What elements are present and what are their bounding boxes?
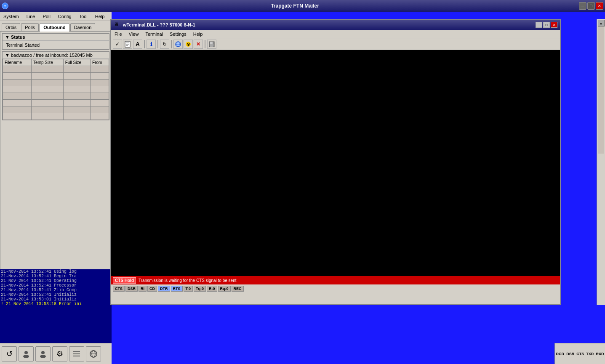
toolbar-btn-settings[interactable]: ⚙ bbox=[52, 346, 67, 361]
tab-bar: Orbis Polls Outbound Daemon bbox=[0, 21, 112, 31]
signal-rq[interactable]: Rq:0 bbox=[218, 286, 231, 292]
status-header: ▼ Status bbox=[3, 34, 109, 41]
signal-ri[interactable]: RI bbox=[139, 286, 147, 292]
bottom-toolbar: ↺ ⚙ bbox=[0, 343, 112, 364]
tab-outbound[interactable]: Outbound bbox=[40, 23, 69, 32]
wterm-icon: 🖥 bbox=[114, 21, 120, 28]
status-value: Terminal Started bbox=[3, 41, 109, 49]
toolbar-separator-3 bbox=[171, 40, 172, 48]
wterm-controls: ─ □ ✕ bbox=[536, 22, 557, 28]
svg-text:☢: ☢ bbox=[187, 42, 190, 47]
menu-line[interactable]: Line bbox=[25, 13, 37, 20]
minimize-button[interactable]: ─ bbox=[579, 2, 586, 10]
wterm-tool-save[interactable] bbox=[207, 40, 216, 49]
menu-config[interactable]: Config bbox=[56, 13, 73, 20]
app-bottom-status: DCD DSR CTS TXD RXD bbox=[554, 343, 605, 364]
wterm-tool-hazard[interactable]: ☢ bbox=[184, 40, 193, 49]
log-line-7: 21-Nov-2014 13:53:01 Initializ bbox=[0, 297, 112, 302]
svg-rect-5 bbox=[73, 353, 80, 354]
log-line-8-error: ! 21-Nov-2014 13:53:18 Error ini bbox=[0, 302, 112, 306]
col-filename: Filename bbox=[3, 59, 32, 66]
wterm-maximize-button[interactable]: □ bbox=[543, 22, 550, 28]
inbound-section: ▼ badwazoo / free at inbound: 152045 Mb … bbox=[2, 51, 109, 120]
toolbar-separator-1 bbox=[144, 40, 145, 48]
col-fullsize: Full Size bbox=[63, 59, 90, 66]
status-cts: CTS bbox=[576, 352, 584, 356]
app-background: T Trapgate FTN Mailer ─ □ ✕ System Line … bbox=[0, 0, 605, 364]
file-table: Filename Temp Size Full Size From bbox=[3, 59, 109, 120]
wterm-close-button[interactable]: ✕ bbox=[551, 22, 557, 28]
svg-point-2 bbox=[41, 351, 45, 354]
scroll-up-button[interactable]: ▲ bbox=[598, 20, 605, 27]
toolbar-btn-user[interactable] bbox=[19, 346, 34, 361]
svg-rect-6 bbox=[73, 356, 80, 356]
tab-polls[interactable]: Polls bbox=[21, 23, 39, 31]
menu-poll[interactable]: Poll bbox=[41, 13, 52, 20]
signal-t[interactable]: T:0 bbox=[184, 286, 193, 292]
wterm-menu-terminal[interactable]: Terminal bbox=[144, 31, 165, 37]
close-button[interactable]: ✕ bbox=[596, 2, 603, 10]
right-scroll-area[interactable]: ▲ bbox=[597, 19, 605, 305]
wterm-tool-check[interactable]: ✓ bbox=[113, 40, 122, 49]
status-section: ▼ Status Terminal Started bbox=[2, 33, 109, 50]
signal-rec[interactable]: REC bbox=[232, 286, 244, 292]
wterm-tool-font[interactable]: A bbox=[133, 40, 142, 49]
scroll-track bbox=[598, 27, 604, 154]
toolbar-btn-user2[interactable] bbox=[35, 346, 51, 361]
wterm-tool-info[interactable]: ℹ bbox=[147, 40, 156, 49]
signal-dtr[interactable]: DTR bbox=[158, 286, 170, 292]
menu-tool[interactable]: Tool bbox=[77, 13, 89, 20]
signal-cts[interactable]: CTS bbox=[113, 286, 125, 292]
menu-help[interactable]: Help bbox=[93, 13, 107, 20]
inbound-header: ▼ badwazoo / free at inbound: 152045 Mb bbox=[3, 52, 109, 59]
wterm-tool-refresh[interactable]: ↻ bbox=[160, 40, 169, 49]
log-line-3: 21-Nov-2014 13:52:41 Operating bbox=[0, 279, 112, 283]
log-line-4: 21-Nov-2014 13:52:41 Processor bbox=[0, 283, 112, 288]
terminal-screen[interactable] bbox=[111, 50, 560, 276]
wterm-window: 🖥 wTerminal.DLL - ??? 57600 8-N-1 ─ □ ✕ … bbox=[110, 19, 561, 305]
svg-rect-21 bbox=[210, 44, 213, 47]
col-tempsize: Temp Size bbox=[32, 59, 64, 66]
wterm-menu-file[interactable]: File bbox=[113, 31, 124, 37]
log-line-5: 21-Nov-2014 13:52:41 ZLib Comp bbox=[0, 288, 112, 292]
wterm-toolbar: ✓ A ℹ ↻ ☢ ✕ bbox=[111, 38, 560, 50]
toolbar-btn-refresh[interactable]: ↺ bbox=[2, 346, 17, 361]
signal-cd[interactable]: CD bbox=[147, 286, 157, 292]
wterm-menu-settings[interactable]: Settings bbox=[168, 31, 188, 37]
wterm-tool-close[interactable]: ✕ bbox=[194, 40, 203, 49]
signal-dsr[interactable]: DSR bbox=[125, 286, 138, 292]
signal-tq[interactable]: Tq:0 bbox=[194, 286, 206, 292]
toolbar-btn-globe[interactable] bbox=[86, 346, 101, 361]
app-menu-bar: System Line Poll Config Tool Help bbox=[0, 12, 112, 21]
wterm-minimize-button[interactable]: ─ bbox=[536, 22, 542, 28]
signal-rts[interactable]: RTS bbox=[171, 286, 183, 292]
svg-point-1 bbox=[23, 355, 29, 358]
tab-daemon[interactable]: Daemon bbox=[70, 23, 96, 31]
svg-point-0 bbox=[24, 351, 28, 354]
tab-orbis[interactable]: Orbis bbox=[2, 23, 20, 31]
wterm-status-bar: CTS Hold Transmission is waiting for the… bbox=[111, 276, 560, 284]
signal-r[interactable]: R:0 bbox=[207, 286, 217, 292]
title-bar-controls: ─ □ ✕ bbox=[579, 2, 603, 10]
svg-rect-4 bbox=[73, 351, 80, 352]
svg-point-3 bbox=[40, 355, 46, 358]
wterm-menu-view[interactable]: View bbox=[127, 31, 141, 37]
status-dcd: DCD bbox=[556, 352, 565, 356]
cts-hold-message: Transmission is waiting for the CTS sign… bbox=[139, 278, 237, 283]
app-title-bar: T Trapgate FTN Mailer ─ □ ✕ bbox=[0, 0, 605, 12]
col-from: From bbox=[91, 59, 109, 66]
status-rxd: RXD bbox=[596, 352, 604, 356]
log-area: 21-Nov-2014 13:52:41 Using log 21-Nov-20… bbox=[0, 269, 112, 343]
wterm-title-bar: 🖥 wTerminal.DLL - ??? 57600 8-N-1 ─ □ ✕ bbox=[111, 20, 560, 30]
toolbar-btn-list[interactable] bbox=[69, 346, 84, 361]
wterm-menu-help[interactable]: Help bbox=[192, 31, 205, 37]
wterm-menu-bar: File View Terminal Settings Help bbox=[111, 30, 560, 38]
menu-system[interactable]: System bbox=[2, 13, 21, 20]
app-icon: T bbox=[2, 3, 8, 9]
maximize-button[interactable]: □ bbox=[587, 2, 595, 10]
log-line-6: 21-Nov-2014 13:52:41 Initializ bbox=[0, 292, 112, 297]
toolbar-separator-2 bbox=[157, 40, 158, 48]
status-txd: TXD bbox=[586, 352, 594, 356]
wterm-tool-doc[interactable] bbox=[123, 40, 132, 49]
wterm-tool-globe[interactable] bbox=[173, 40, 183, 49]
